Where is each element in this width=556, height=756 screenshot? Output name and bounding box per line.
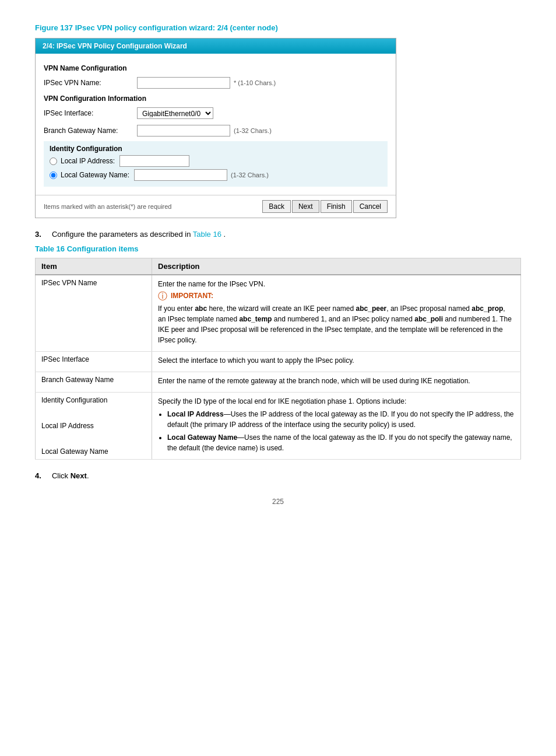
branch-gateway-row: Branch Gateway Name: (1-32 Chars.) [44, 124, 388, 138]
finish-button[interactable]: Finish [321, 200, 352, 213]
row2-intro: Select the interface to which you want t… [158, 355, 515, 366]
row4-bullets: Local IP Address—Uses the IP address of … [167, 409, 515, 453]
wizard-footer: Items marked with an asterisk(*) are req… [36, 195, 396, 218]
ipsec-interface-row: IPSec Interface: GigabitEthernet0/0 [44, 106, 388, 120]
local-gateway-input[interactable] [134, 169, 227, 181]
footer-buttons: Back Next Finish Cancel [262, 200, 388, 213]
row3-intro: Enter the name of the remote gateway at … [158, 376, 515, 386]
bullet2: Local Gateway Name—Uses the name of the … [167, 432, 515, 453]
col-item-header: Item [36, 258, 152, 275]
vpn-name-section: VPN Name Configuration [44, 64, 388, 72]
important-box: ⓘ IMPORTANT: [158, 292, 515, 301]
vpn-config-section: VPN Configuration Information [44, 94, 388, 103]
step4-period: . [87, 471, 89, 480]
ipsec-interface-select[interactable]: GigabitEthernet0/0 [137, 107, 213, 119]
important-icon: ⓘ [158, 292, 167, 301]
row3-desc: Enter the name of the remote gateway at … [152, 372, 521, 393]
ipsec-vpn-name-label: IPSec VPN Name: [44, 79, 137, 87]
wizard-container: 2/4: IPSec VPN Policy Configuration Wiza… [35, 38, 396, 218]
step4-text: 4. Click Next. [35, 471, 521, 480]
local-gateway-radio-row: Local Gateway Name: (1-32 Chars.) [50, 169, 382, 181]
branch-gateway-label: Branch Gateway Name: [44, 127, 137, 135]
wizard-header: 2/4: IPSec VPN Policy Configuration Wiza… [36, 38, 396, 54]
identity-label: Identity Configuration [50, 145, 382, 153]
row1-intro: Enter the name for the IPsec VPN. [158, 279, 515, 289]
cancel-button[interactable]: Cancel [353, 200, 388, 213]
table-title: Table 16 Configuration items [35, 244, 521, 253]
step3-number: 3. [35, 230, 41, 239]
bullet1: Local IP Address—Uses the IP address of … [167, 409, 515, 430]
row4-sub1: Local IP Address [41, 422, 146, 430]
step3-text: 3. Configure the parameters as described… [35, 230, 521, 239]
ipsec-interface-label: IPSec Interface: [44, 109, 137, 117]
row4-main-item: Identity Configuration [41, 396, 146, 404]
row3-item: Branch Gateway Name [36, 372, 152, 393]
step3-intro: Configure the parameters as described in [52, 230, 193, 239]
col-description-header: Description [152, 258, 521, 275]
step4-number: 4. [35, 471, 41, 480]
figure-title: Figure 137 IPsec VPN policy configuratio… [35, 23, 521, 32]
back-button[interactable]: Back [262, 200, 291, 213]
table-header-row: Item Description [36, 258, 521, 275]
identity-section: Identity Configuration Local IP Address:… [44, 141, 388, 187]
local-gateway-hint: (1-32 Chars.) [231, 172, 269, 178]
page-number: 225 [35, 498, 521, 506]
important-label: IMPORTANT: [171, 292, 213, 300]
table-row: IPSec VPN Name Enter the name for the IP… [36, 275, 521, 352]
ipsec-vpn-name-input[interactable] [137, 77, 230, 89]
step3-period: . [224, 230, 226, 239]
row4-desc: Specify the ID type of the local end for… [152, 393, 521, 460]
branch-gateway-input[interactable] [137, 125, 230, 136]
table-row: Branch Gateway Name Enter the name of th… [36, 372, 521, 393]
row1-item: IPSec VPN Name [36, 275, 152, 352]
row2-desc: Select the interface to which you want t… [152, 352, 521, 372]
local-ip-radio[interactable] [50, 158, 57, 165]
local-ip-label: Local IP Address: [61, 157, 115, 165]
local-ip-radio-row: Local IP Address: [50, 155, 382, 167]
step4-next: Next [71, 471, 87, 480]
config-table: Item Description IPSec VPN Name Enter th… [35, 258, 521, 460]
footer-note: Items marked with an asterisk(*) are req… [44, 203, 171, 210]
table-row: Identity Configuration Local IP Address … [36, 393, 521, 460]
row4-intro: Specify the ID type of the local end for… [158, 396, 515, 407]
row1-detail: If you enter abc here, the wizard will c… [158, 303, 515, 345]
wizard-body: VPN Name Configuration IPSec VPN Name: *… [36, 54, 396, 195]
ipsec-vpn-name-hint: * (1-10 Chars.) [234, 79, 276, 86]
ipsec-vpn-name-row: IPSec VPN Name: * (1-10 Chars.) [44, 76, 388, 90]
branch-gateway-hint: (1-32 Chars.) [234, 127, 272, 134]
row4-item: Identity Configuration Local IP Address … [36, 393, 152, 460]
row2-item: IPSec Interface [36, 352, 152, 372]
local-gateway-label: Local Gateway Name: [61, 171, 129, 179]
local-ip-input[interactable] [119, 155, 189, 167]
row1-desc: Enter the name for the IPsec VPN. ⓘ IMPO… [152, 275, 521, 352]
step3-link[interactable]: Table 16 [193, 230, 221, 239]
row4-sub2: Local Gateway Name [41, 447, 146, 456]
local-gateway-radio[interactable] [50, 172, 57, 179]
table-row: IPSec Interface Select the interface to … [36, 352, 521, 372]
next-button[interactable]: Next [292, 200, 319, 213]
step4-intro: Click [52, 471, 71, 480]
